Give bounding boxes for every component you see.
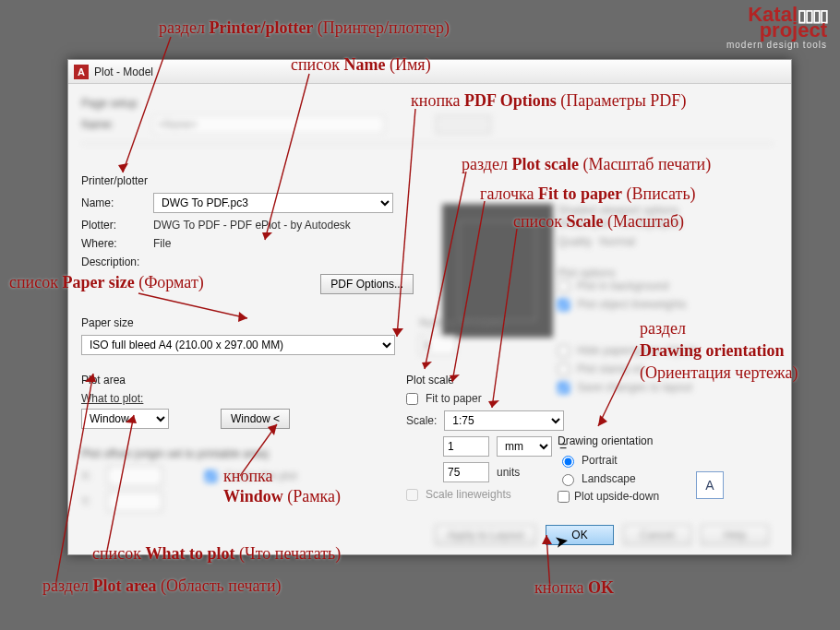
anno-fit: галочка Fit to paper (Вписать) (480, 184, 696, 204)
plotter-label: Plotter: (81, 219, 146, 232)
where-value: File (153, 237, 171, 250)
app-icon: A (74, 65, 89, 79)
window-pick-button[interactable]: Window < (221, 409, 290, 429)
printer-section-label: Printer/plotter (81, 174, 473, 187)
plotter-value: DWG To PDF - PDF ePlot - by Autodesk (153, 219, 351, 232)
where-label: Where: (81, 237, 146, 250)
anno-windowbtn2: Window (Рамка) (223, 487, 341, 506)
help-button[interactable]: Help (701, 525, 769, 545)
drawing-orientation-label: Drawing orientation (558, 434, 742, 447)
dialog-button-bar: Apply to Layout OK Cancel Help (68, 525, 791, 545)
what-to-plot-label: What to plot: (81, 392, 395, 405)
anno-plotscale: раздел Plot scale (Масштаб печати) (462, 155, 711, 174)
what-to-plot-select[interactable]: Window (81, 409, 169, 429)
drawing-orientation-section: Drawing orientation Portrait Landscape P… (558, 434, 742, 506)
scale-unit-select[interactable]: mm (497, 436, 552, 457)
fit-to-paper-checkbox[interactable] (406, 393, 418, 405)
upside-down-checkbox[interactable] (558, 491, 570, 503)
anno-pdfopt: кнопка PDF Options (Параметры PDF) (411, 91, 686, 111)
anno-ok: кнопка OK (534, 578, 614, 598)
plot-area-label: Plot area (81, 374, 395, 386)
paper-size-section: Paper size ISO full bleed A4 (210.00 x 2… (81, 316, 414, 355)
anno-name: список Name (Имя) (291, 55, 431, 75)
copies-section: Number of copies (419, 316, 558, 355)
anno-papersize: список Paper size (Формат) (9, 273, 204, 292)
anno-windowbtn1: кнопка (223, 467, 272, 486)
anno-ori3: (Ориентация чертежа) (640, 363, 798, 383)
paper-size-select[interactable]: ISO full bleed A4 (210.00 x 297.00 MM) (81, 335, 395, 355)
scale-label: Scale: (406, 414, 437, 427)
scale-lineweights-label: Scale lineweights (426, 488, 511, 501)
scale-select[interactable]: 1:75 (444, 410, 564, 431)
landscape-label: Landscape (582, 472, 636, 485)
anno-scale: список Scale (Масштаб) (513, 212, 684, 232)
anno-plotarea: раздел Plot area (Область печати) (42, 577, 282, 596)
pdf-options-button[interactable]: PDF Options... (320, 274, 414, 294)
printer-name-label: Name: (81, 196, 146, 209)
orientation-icon: A (696, 471, 724, 499)
description-label: Description: (81, 256, 146, 268)
plot-area-section: Plot area What to plot: Window Window < (81, 374, 395, 434)
katalproject-logo: Katal▯▯▯▯ project modern design tools (726, 6, 827, 50)
landscape-radio[interactable] (562, 474, 574, 486)
printer-name-select[interactable]: DWG To PDF.pc3 (153, 193, 393, 213)
scale-units-input[interactable] (443, 462, 489, 482)
portrait-label: Portrait (582, 454, 618, 467)
scale-lineweights-checkbox (406, 489, 418, 501)
cancel-button[interactable]: Cancel (623, 525, 691, 545)
paper-size-label: Paper size (81, 316, 414, 329)
anno-printer: раздел Printer/plotter (Принтер/плоттер) (159, 18, 450, 38)
units-label: units (497, 466, 520, 479)
apply-layout-button[interactable]: Apply to Layout (435, 525, 536, 545)
anno-ori2: Drawing orientation (640, 341, 785, 361)
window-title: Plot - Model (94, 65, 153, 78)
plot-dialog: A Plot - Model Page setup Name: <None> P… (67, 59, 792, 555)
fit-to-paper-label: Fit to paper (426, 392, 482, 405)
portrait-radio[interactable] (562, 456, 574, 468)
anno-whattoplot: список What to plot (Что печатать) (92, 544, 341, 564)
scale-mm-input[interactable] (443, 436, 489, 457)
plot-scale-label: Plot scale (406, 374, 600, 386)
anno-ori1: раздел (640, 319, 686, 339)
upside-down-label: Plot upside-down (574, 490, 659, 503)
